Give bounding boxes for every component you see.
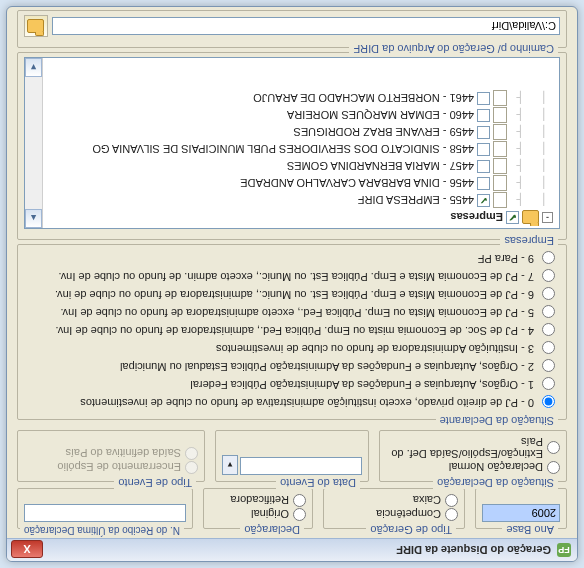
declarante-label: 0 - PJ de direito privado, exceto instit… (80, 397, 534, 409)
tree-item-label: 4460 - EDMAR MARQUES MOREIRA (287, 110, 474, 122)
declaracao-retificadora-label: Retificadora (230, 495, 289, 507)
situacao-declaracao-group: Situação da Declaração Declaração Normal… (379, 430, 567, 482)
recibo-legend: N. do Recibo da Última Declaração (20, 525, 184, 536)
data-evento-dropdown-button[interactable]: ▼ (222, 455, 238, 475)
tree-item[interactable]: │├✔4455 - EMPRESA DIRF (43, 192, 557, 209)
tree-item-label: 4461 - NORBERTO MACHADO DE ARAUJO (253, 93, 474, 105)
client-area: Ano Base Tipo de Geração Competência Cai… (15, 15, 569, 533)
declarante-label: 5 - PJ de Economia Mista ou Emp. Pública… (60, 307, 534, 319)
declarante-option[interactable]: 0 - PJ de direito privado, exceto instit… (24, 395, 560, 411)
tipo-evento-saida-radio (185, 447, 198, 460)
declaracao-retificadora-radio[interactable] (293, 494, 306, 507)
tree-item-label: 4455 - EMPRESA DIRF (358, 195, 474, 207)
tree-item-label: 4459 - ERVANE BRAZ RODRIGUES (293, 127, 474, 139)
declarante-option[interactable]: 4 - PJ de Soc. de Economia mista ou Emp.… (24, 323, 560, 339)
tipo-geracao-caixa-label: Caixa (413, 495, 441, 507)
recibo-group: N. do Recibo da Última Declaração (17, 488, 193, 529)
declarante-radio[interactable] (542, 377, 555, 390)
tree-item-label: 4458 - SINDICATO DOS SERVIDORES PUBL MUN… (92, 144, 474, 156)
situacao-declaracao-legend: Situação da Declaração (433, 477, 558, 489)
tree-root-label: Empresas (450, 212, 503, 224)
declarante-label: 2 - Orgãos, Autarquias e Fundações da Ad… (120, 361, 534, 373)
declarante-radio[interactable] (542, 359, 555, 372)
window-close-button[interactable]: X (11, 540, 43, 558)
tree-item-checkbox[interactable]: ✔ (477, 194, 490, 207)
tree-item-label: 4456 - DINA BARBARA CARVALHO ANDRADE (240, 178, 474, 190)
ano-base-legend: Ano Base (502, 524, 558, 536)
situacao-extincao-radio[interactable] (547, 442, 560, 455)
tree-item[interactable]: │├4457 - MARIA BERNARDINA GOMES (43, 158, 557, 175)
tree-item[interactable]: │├4456 - DINA BARBARA CARVALHO ANDRADE (43, 175, 557, 192)
declarante-label: 7 - PJ de Economia Mista e Emp. Pública … (59, 271, 535, 283)
declarante-option[interactable]: 2 - Orgãos, Autarquias e Fundações da Ad… (24, 359, 560, 375)
declarante-radio[interactable] (542, 287, 555, 300)
tree-item-checkbox[interactable] (477, 160, 490, 173)
tree-item[interactable]: │├4460 - EDMAR MARQUES MOREIRA (43, 107, 557, 124)
tipo-evento-espolio-radio (185, 461, 198, 474)
declarante-radio[interactable] (542, 251, 555, 264)
empresas-tree[interactable]: -✔Empresas│├✔4455 - EMPRESA DIRF│├4456 -… (24, 57, 560, 229)
tree-item[interactable]: │├4458 - SINDICATO DOS SERVIDORES PUBL M… (43, 141, 557, 158)
tipo-evento-saida-label: Saída definitiva do País (65, 448, 181, 460)
chevron-down-icon: ▼ (226, 461, 234, 470)
declarante-option[interactable]: 9 - Para PF (24, 251, 560, 267)
situacao-extincao-label: Extinção/Espólio/Saída Def. do País (386, 436, 543, 460)
recibo-input[interactable] (24, 504, 186, 522)
declarante-radio[interactable] (542, 395, 555, 408)
document-icon (493, 142, 507, 158)
tipo-geracao-legend: Tipo de Geração (366, 524, 456, 536)
tree-item[interactable]: │├4461 - NORBERTO MACHADO DE ARAUJO (43, 90, 557, 107)
caminho-input[interactable] (52, 17, 560, 35)
declarante-radio[interactable] (542, 323, 555, 336)
folder-icon (522, 211, 539, 225)
declaracao-original-radio[interactable] (293, 508, 306, 521)
ano-base-input[interactable] (482, 504, 560, 522)
document-icon (493, 125, 507, 141)
scroll-up-button[interactable]: ▲ (25, 209, 42, 228)
declarante-option[interactable]: 5 - PJ de Economia Mista ou Emp. Pública… (24, 305, 560, 321)
data-evento-legend: Data do Evento (276, 477, 360, 489)
tree-item-checkbox[interactable] (477, 177, 490, 190)
declarante-radio[interactable] (542, 269, 555, 282)
declarante-label: 9 - Para PF (478, 253, 534, 265)
tree-item-checkbox[interactable] (477, 92, 490, 105)
data-evento-input[interactable] (240, 457, 362, 475)
window-title: Geração do Disquete da DIRF (396, 544, 551, 556)
tree-item-checkbox[interactable] (477, 126, 490, 139)
browse-button[interactable] (24, 15, 48, 37)
tipo-geracao-competencia-radio[interactable] (445, 508, 458, 521)
caminho-legend: Caminho p/ Geração do Arquivo da DIRF (349, 43, 558, 55)
tree-root[interactable]: -✔Empresas (43, 209, 557, 226)
situacao-declarante-legend: Situação da Declarante (436, 415, 558, 427)
folder-open-icon (28, 19, 45, 33)
root-checkbox[interactable]: ✔ (506, 211, 519, 224)
tree-item-checkbox[interactable] (477, 143, 490, 156)
tipo-geracao-competencia-label: Competência (376, 509, 441, 521)
declarante-option[interactable]: 3 - Instituição Administradora de fundo … (24, 341, 560, 357)
tipo-evento-legend: Tipo de Evento (114, 477, 196, 489)
tree-item-label: 4457 - MARIA BERNARDINA GOMES (287, 161, 474, 173)
declarante-radio[interactable] (542, 341, 555, 354)
ano-base-group: Ano Base (475, 488, 567, 529)
declaracao-legend: Declaração (240, 524, 304, 536)
collapse-icon[interactable]: - (542, 212, 553, 223)
titlebar: FP Geração do Disquete da DIRF X (7, 538, 577, 561)
situacao-declarante-group: Situação da Declarante 0 - PJ de direito… (17, 244, 567, 420)
declarante-radio[interactable] (542, 305, 555, 318)
tipo-geracao-caixa-radio[interactable] (445, 494, 458, 507)
situacao-normal-radio[interactable] (547, 461, 560, 474)
app-window: FP Geração do Disquete da DIRF X Ano Bas… (6, 6, 578, 562)
tree-item-checkbox[interactable] (477, 109, 490, 122)
tree-item[interactable]: │├4459 - ERVANE BRAZ RODRIGUES (43, 124, 557, 141)
scroll-down-button[interactable]: ▼ (25, 58, 42, 77)
tree-scrollbar[interactable]: ▲ ▼ (25, 58, 43, 228)
declarante-option[interactable]: 7 - PJ de Economia Mista e Emp. Pública … (24, 269, 560, 285)
declaracao-group: Declaração Original Retificadora (203, 488, 313, 529)
tipo-geracao-group: Tipo de Geração Competência Caixa (323, 488, 465, 529)
declarante-option[interactable]: 6 - PJ de Economia Mista e Emp. Pública … (24, 287, 560, 303)
declarante-option[interactable]: 1 - Orgãos, Autarquias e Fundações da Ad… (24, 377, 560, 393)
declarante-label: 3 - Instituição Administradora de fundo … (216, 343, 534, 355)
document-icon (493, 176, 507, 192)
chevron-down-icon: ▼ (29, 63, 38, 73)
declaracao-original-label: Original (251, 509, 289, 521)
